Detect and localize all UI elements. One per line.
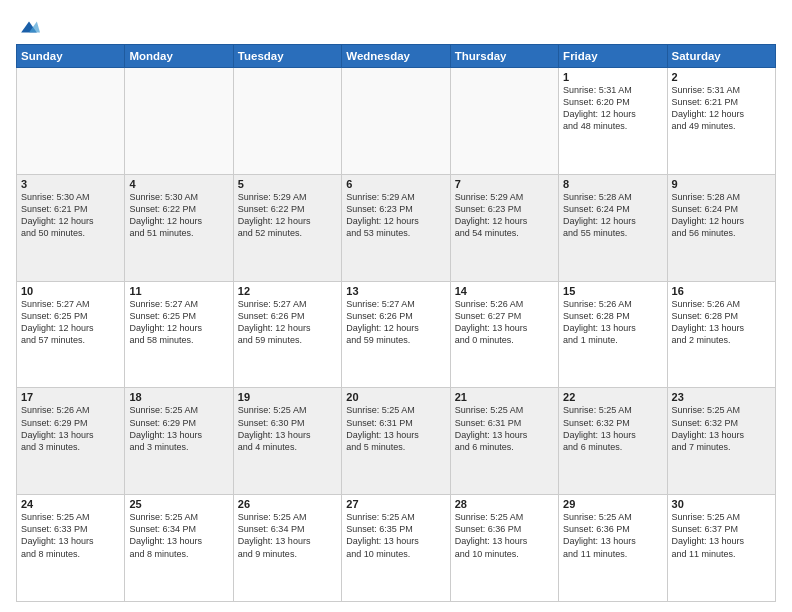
logo-icon [18, 16, 40, 38]
day-number: 26 [238, 498, 337, 510]
page: SundayMondayTuesdayWednesdayThursdayFrid… [0, 0, 792, 612]
calendar-cell: 7Sunrise: 5:29 AM Sunset: 6:23 PM Daylig… [450, 174, 558, 281]
day-info: Sunrise: 5:25 AM Sunset: 6:36 PM Dayligh… [563, 511, 662, 560]
day-header-saturday: Saturday [667, 45, 775, 68]
day-number: 29 [563, 498, 662, 510]
calendar-cell: 15Sunrise: 5:26 AM Sunset: 6:28 PM Dayli… [559, 281, 667, 388]
day-header-tuesday: Tuesday [233, 45, 341, 68]
day-info: Sunrise: 5:25 AM Sunset: 6:30 PM Dayligh… [238, 404, 337, 453]
day-info: Sunrise: 5:27 AM Sunset: 6:25 PM Dayligh… [21, 298, 120, 347]
day-info: Sunrise: 5:25 AM Sunset: 6:32 PM Dayligh… [672, 404, 771, 453]
calendar-cell [17, 68, 125, 175]
day-number: 3 [21, 178, 120, 190]
day-info: Sunrise: 5:29 AM Sunset: 6:23 PM Dayligh… [346, 191, 445, 240]
calendar-cell: 5Sunrise: 5:29 AM Sunset: 6:22 PM Daylig… [233, 174, 341, 281]
day-info: Sunrise: 5:25 AM Sunset: 6:32 PM Dayligh… [563, 404, 662, 453]
day-number: 23 [672, 391, 771, 403]
day-number: 28 [455, 498, 554, 510]
day-number: 21 [455, 391, 554, 403]
day-number: 16 [672, 285, 771, 297]
day-info: Sunrise: 5:25 AM Sunset: 6:34 PM Dayligh… [129, 511, 228, 560]
day-number: 14 [455, 285, 554, 297]
calendar-cell: 9Sunrise: 5:28 AM Sunset: 6:24 PM Daylig… [667, 174, 775, 281]
calendar-cell: 28Sunrise: 5:25 AM Sunset: 6:36 PM Dayli… [450, 495, 558, 602]
calendar-cell: 8Sunrise: 5:28 AM Sunset: 6:24 PM Daylig… [559, 174, 667, 281]
day-info: Sunrise: 5:28 AM Sunset: 6:24 PM Dayligh… [563, 191, 662, 240]
calendar-cell [125, 68, 233, 175]
day-number: 13 [346, 285, 445, 297]
calendar-cell: 20Sunrise: 5:25 AM Sunset: 6:31 PM Dayli… [342, 388, 450, 495]
day-number: 6 [346, 178, 445, 190]
day-number: 12 [238, 285, 337, 297]
calendar-cell [342, 68, 450, 175]
day-info: Sunrise: 5:25 AM Sunset: 6:37 PM Dayligh… [672, 511, 771, 560]
calendar-cell: 1Sunrise: 5:31 AM Sunset: 6:20 PM Daylig… [559, 68, 667, 175]
calendar-cell: 12Sunrise: 5:27 AM Sunset: 6:26 PM Dayli… [233, 281, 341, 388]
day-info: Sunrise: 5:25 AM Sunset: 6:34 PM Dayligh… [238, 511, 337, 560]
day-info: Sunrise: 5:27 AM Sunset: 6:25 PM Dayligh… [129, 298, 228, 347]
day-info: Sunrise: 5:26 AM Sunset: 6:28 PM Dayligh… [672, 298, 771, 347]
calendar-cell: 30Sunrise: 5:25 AM Sunset: 6:37 PM Dayli… [667, 495, 775, 602]
calendar-cell: 17Sunrise: 5:26 AM Sunset: 6:29 PM Dayli… [17, 388, 125, 495]
calendar-week-row: 1Sunrise: 5:31 AM Sunset: 6:20 PM Daylig… [17, 68, 776, 175]
calendar-cell: 22Sunrise: 5:25 AM Sunset: 6:32 PM Dayli… [559, 388, 667, 495]
day-number: 30 [672, 498, 771, 510]
day-info: Sunrise: 5:29 AM Sunset: 6:23 PM Dayligh… [455, 191, 554, 240]
calendar-cell: 19Sunrise: 5:25 AM Sunset: 6:30 PM Dayli… [233, 388, 341, 495]
calendar-cell: 21Sunrise: 5:25 AM Sunset: 6:31 PM Dayli… [450, 388, 558, 495]
day-info: Sunrise: 5:25 AM Sunset: 6:33 PM Dayligh… [21, 511, 120, 560]
calendar-cell: 18Sunrise: 5:25 AM Sunset: 6:29 PM Dayli… [125, 388, 233, 495]
calendar-cell: 27Sunrise: 5:25 AM Sunset: 6:35 PM Dayli… [342, 495, 450, 602]
day-info: Sunrise: 5:30 AM Sunset: 6:21 PM Dayligh… [21, 191, 120, 240]
calendar-cell: 4Sunrise: 5:30 AM Sunset: 6:22 PM Daylig… [125, 174, 233, 281]
day-info: Sunrise: 5:29 AM Sunset: 6:22 PM Dayligh… [238, 191, 337, 240]
calendar-cell: 29Sunrise: 5:25 AM Sunset: 6:36 PM Dayli… [559, 495, 667, 602]
day-number: 17 [21, 391, 120, 403]
calendar-cell: 13Sunrise: 5:27 AM Sunset: 6:26 PM Dayli… [342, 281, 450, 388]
calendar-cell: 10Sunrise: 5:27 AM Sunset: 6:25 PM Dayli… [17, 281, 125, 388]
day-info: Sunrise: 5:31 AM Sunset: 6:20 PM Dayligh… [563, 84, 662, 133]
day-number: 24 [21, 498, 120, 510]
day-header-friday: Friday [559, 45, 667, 68]
day-info: Sunrise: 5:25 AM Sunset: 6:31 PM Dayligh… [455, 404, 554, 453]
day-number: 15 [563, 285, 662, 297]
day-number: 11 [129, 285, 228, 297]
day-info: Sunrise: 5:25 AM Sunset: 6:36 PM Dayligh… [455, 511, 554, 560]
day-info: Sunrise: 5:25 AM Sunset: 6:31 PM Dayligh… [346, 404, 445, 453]
calendar-week-row: 10Sunrise: 5:27 AM Sunset: 6:25 PM Dayli… [17, 281, 776, 388]
day-header-monday: Monday [125, 45, 233, 68]
calendar-week-row: 17Sunrise: 5:26 AM Sunset: 6:29 PM Dayli… [17, 388, 776, 495]
day-number: 27 [346, 498, 445, 510]
day-info: Sunrise: 5:27 AM Sunset: 6:26 PM Dayligh… [238, 298, 337, 347]
calendar-cell: 2Sunrise: 5:31 AM Sunset: 6:21 PM Daylig… [667, 68, 775, 175]
calendar-cell: 6Sunrise: 5:29 AM Sunset: 6:23 PM Daylig… [342, 174, 450, 281]
day-number: 19 [238, 391, 337, 403]
calendar-cell: 14Sunrise: 5:26 AM Sunset: 6:27 PM Dayli… [450, 281, 558, 388]
logo [16, 16, 40, 36]
day-number: 20 [346, 391, 445, 403]
day-info: Sunrise: 5:28 AM Sunset: 6:24 PM Dayligh… [672, 191, 771, 240]
calendar-cell: 16Sunrise: 5:26 AM Sunset: 6:28 PM Dayli… [667, 281, 775, 388]
calendar-cell: 3Sunrise: 5:30 AM Sunset: 6:21 PM Daylig… [17, 174, 125, 281]
day-info: Sunrise: 5:31 AM Sunset: 6:21 PM Dayligh… [672, 84, 771, 133]
day-number: 1 [563, 71, 662, 83]
calendar-header-row: SundayMondayTuesdayWednesdayThursdayFrid… [17, 45, 776, 68]
day-info: Sunrise: 5:26 AM Sunset: 6:29 PM Dayligh… [21, 404, 120, 453]
calendar-cell [450, 68, 558, 175]
calendar-cell: 23Sunrise: 5:25 AM Sunset: 6:32 PM Dayli… [667, 388, 775, 495]
day-info: Sunrise: 5:25 AM Sunset: 6:29 PM Dayligh… [129, 404, 228, 453]
day-number: 22 [563, 391, 662, 403]
calendar-cell: 24Sunrise: 5:25 AM Sunset: 6:33 PM Dayli… [17, 495, 125, 602]
day-number: 7 [455, 178, 554, 190]
header [16, 12, 776, 36]
calendar-cell: 25Sunrise: 5:25 AM Sunset: 6:34 PM Dayli… [125, 495, 233, 602]
day-header-wednesday: Wednesday [342, 45, 450, 68]
day-info: Sunrise: 5:26 AM Sunset: 6:27 PM Dayligh… [455, 298, 554, 347]
day-number: 9 [672, 178, 771, 190]
calendar-week-row: 24Sunrise: 5:25 AM Sunset: 6:33 PM Dayli… [17, 495, 776, 602]
calendar-cell: 26Sunrise: 5:25 AM Sunset: 6:34 PM Dayli… [233, 495, 341, 602]
day-info: Sunrise: 5:26 AM Sunset: 6:28 PM Dayligh… [563, 298, 662, 347]
calendar-cell [233, 68, 341, 175]
calendar-cell: 11Sunrise: 5:27 AM Sunset: 6:25 PM Dayli… [125, 281, 233, 388]
calendar-table: SundayMondayTuesdayWednesdayThursdayFrid… [16, 44, 776, 602]
